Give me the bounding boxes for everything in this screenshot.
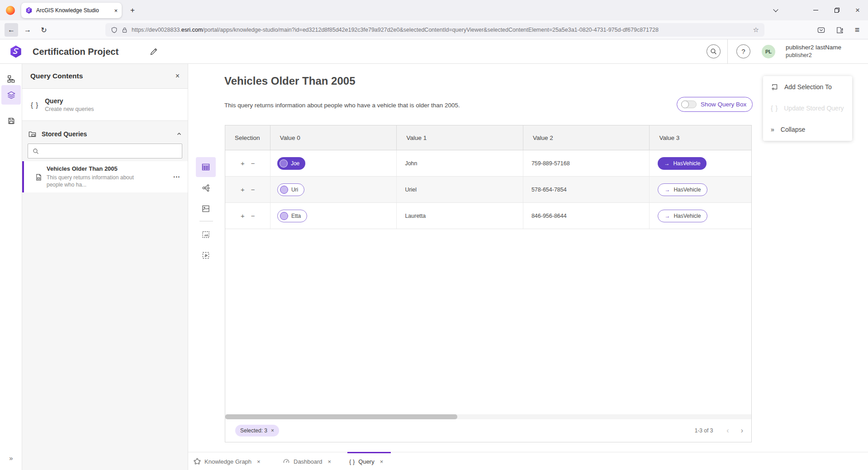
cell-value2[interactable]: 759-889-57168 xyxy=(523,150,650,176)
tab-dashboard[interactable]: Dashboard × xyxy=(283,452,331,470)
url-bar[interactable]: https://dev0028833.esri.com/portal/apps/… xyxy=(105,23,764,37)
column-header-value3[interactable]: Value 3 xyxy=(650,125,751,150)
next-page-icon[interactable]: › xyxy=(741,427,743,435)
tab-close-icon[interactable]: × xyxy=(380,458,384,465)
item-options-icon[interactable]: ••• xyxy=(174,175,180,179)
arrow-right-icon: → xyxy=(664,213,670,219)
minimize-icon xyxy=(813,10,818,11)
table-icon xyxy=(201,163,210,172)
toggle-knob xyxy=(681,101,689,108)
window-close-button[interactable]: × xyxy=(849,0,866,20)
search-button[interactable] xyxy=(707,44,721,58)
cell-value1[interactable]: Uriel xyxy=(397,177,523,202)
extensions-button[interactable] xyxy=(833,23,846,37)
reload-button[interactable]: ↻ xyxy=(37,23,51,37)
tab-close-icon[interactable]: × xyxy=(114,7,118,14)
pagination-range: 1-3 of 3 xyxy=(695,427,713,434)
shield-icon[interactable] xyxy=(111,27,118,34)
add-selection-icon[interactable]: + xyxy=(241,186,245,193)
new-tab-button[interactable]: + xyxy=(127,5,138,16)
select-tool-button[interactable] xyxy=(196,245,216,265)
help-button[interactable]: ? xyxy=(736,44,750,58)
lock-icon[interactable] xyxy=(122,27,128,33)
firefox-logo-icon[interactable] xyxy=(6,6,15,15)
tab-close-icon[interactable]: × xyxy=(257,458,261,465)
scrollbar-thumb[interactable] xyxy=(225,414,457,419)
relationship-pill[interactable]: → HasVehicle xyxy=(658,210,707,222)
panel-close-icon[interactable]: × xyxy=(175,72,180,80)
stored-queries-header[interactable]: Stored Queries xyxy=(22,127,188,141)
cell-value2[interactable]: 578-654-7854 xyxy=(523,177,650,202)
panel-title: Query Contents xyxy=(30,72,83,80)
minimize-button[interactable] xyxy=(807,0,824,20)
stored-queries-search-input[interactable] xyxy=(43,148,177,154)
show-query-box-toggle[interactable]: Show Query Box xyxy=(677,97,753,112)
url-text[interactable]: https://dev0028833.esri.com/portal/apps/… xyxy=(132,27,749,33)
cell-value2[interactable]: 846-956-8644 xyxy=(523,203,650,229)
stored-queries-search[interactable] xyxy=(28,144,182,158)
column-header-value0[interactable]: Value 0 xyxy=(270,125,397,150)
map-view-button[interactable] xyxy=(196,199,216,219)
column-header-value1[interactable]: Value 1 xyxy=(397,125,523,150)
menu-button[interactable]: ≡ xyxy=(850,23,864,37)
browser-tab-title: ArcGIS Knowledge Studio xyxy=(36,7,110,14)
column-header-selection[interactable]: Selection xyxy=(225,125,270,150)
menu-item-update-stored-query[interactable]: { } Update Stored Query xyxy=(763,97,852,119)
expand-panel-button[interactable]: » xyxy=(0,451,22,465)
horizontal-scrollbar[interactable] xyxy=(225,414,751,419)
toggle-switch[interactable] xyxy=(681,101,697,108)
arcgis-favicon-icon xyxy=(25,7,33,14)
collapse-chevrons-icon: » xyxy=(771,126,775,133)
stored-query-item[interactable]: Vehicles Older Than 2005 This query retu… xyxy=(22,161,188,192)
rail-query-contents-button[interactable] xyxy=(1,85,21,105)
tab-knowledge-graph[interactable]: Knowledge Graph × xyxy=(194,452,261,470)
bookmark-star-icon[interactable]: ☆ xyxy=(753,26,759,34)
forward-button[interactable]: → xyxy=(21,23,34,37)
avatar[interactable]: PL xyxy=(762,45,775,58)
add-selection-icon[interactable]: + xyxy=(241,160,245,167)
map-icon xyxy=(201,204,210,213)
panel-header: Query Contents × xyxy=(22,64,188,89)
list-tabs-button[interactable] xyxy=(768,0,784,20)
edit-title-button[interactable] xyxy=(149,47,158,56)
entity-pill[interactable]: Joe xyxy=(277,157,305,170)
tab-close-icon[interactable]: × xyxy=(328,458,332,465)
toolstrip-divider xyxy=(199,221,213,221)
selected-count-chip[interactable]: Selected: 3 × xyxy=(235,425,279,436)
clear-selection-icon[interactable]: × xyxy=(271,427,274,434)
menu-item-collapse[interactable]: » Collapse xyxy=(763,119,852,140)
tab-label: Query xyxy=(358,458,374,465)
chevron-up-icon[interactable] xyxy=(176,131,182,137)
add-selection-icon[interactable]: + xyxy=(241,212,245,219)
relationship-pill[interactable]: → HasVehicle xyxy=(658,183,707,196)
link-chart-view-button[interactable] xyxy=(196,178,216,198)
add-selection-icon xyxy=(771,83,778,91)
back-button[interactable]: ← xyxy=(5,23,18,37)
entity-avatar xyxy=(280,212,288,220)
rail-save-button[interactable] xyxy=(0,111,22,130)
user-meta[interactable]: publisher2 lastName publisher2 xyxy=(786,43,841,59)
document-icon xyxy=(35,173,43,181)
table-view-button[interactable] xyxy=(196,157,216,177)
tab-query[interactable]: { } Query × xyxy=(349,452,383,470)
remove-selection-icon[interactable]: − xyxy=(251,212,255,219)
cell-value1[interactable]: Lauretta xyxy=(397,203,523,229)
selection-box-icon xyxy=(201,251,210,260)
new-query-item[interactable]: { } Query Create new queries xyxy=(22,89,188,121)
browser-tab[interactable]: ArcGIS Knowledge Studio × xyxy=(21,3,122,18)
restore-button[interactable] xyxy=(829,0,845,20)
entity-pill[interactable]: Uri xyxy=(277,183,304,196)
url-prefix: https://dev0028833. xyxy=(132,27,181,33)
previous-page-icon[interactable]: ‹ xyxy=(726,427,729,435)
remove-selection-icon[interactable]: − xyxy=(251,186,255,193)
column-header-value2[interactable]: Value 2 xyxy=(523,125,650,150)
relationship-pill[interactable]: → HasVehicle xyxy=(658,157,707,170)
pocket-icon[interactable] xyxy=(814,23,828,37)
add-to-view-button[interactable] xyxy=(196,225,216,245)
cell-value1[interactable]: John xyxy=(397,150,523,176)
query-results-table: Selection Value 0 Value 1 Value 2 Value … xyxy=(225,125,752,442)
menu-item-add-selection-to[interactable]: Add Selection To xyxy=(763,76,852,97)
entity-label: Etta xyxy=(291,213,301,219)
remove-selection-icon[interactable]: − xyxy=(251,160,255,167)
entity-pill[interactable]: Etta xyxy=(277,210,307,222)
